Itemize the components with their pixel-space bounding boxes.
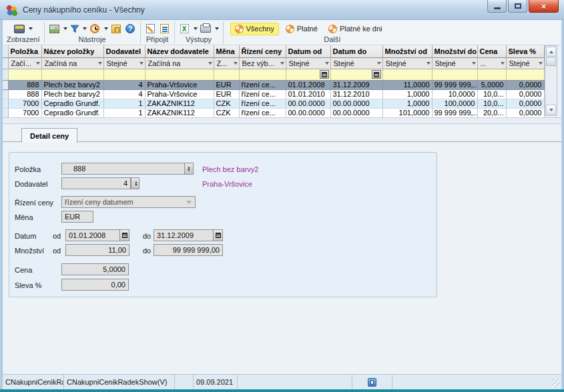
filter-operator-cell[interactable]: Stejné xyxy=(286,57,330,69)
maximize-button[interactable] xyxy=(508,0,527,13)
cell[interactable]: 11,0000 xyxy=(382,80,432,89)
cell[interactable]: Plech bez barvy2 xyxy=(41,89,103,99)
cell[interactable]: řízení ce... xyxy=(239,89,286,99)
list-button[interactable] xyxy=(159,23,170,34)
filter-value-cell[interactable] xyxy=(382,69,432,80)
chevron-down-icon[interactable] xyxy=(36,62,40,65)
excel-export-button[interactable]: X xyxy=(179,23,190,34)
lookup-spinner-button[interactable] xyxy=(184,163,193,174)
horizontal-splitter[interactable] xyxy=(3,117,561,124)
column-header-dodavatel[interactable]: Dodavatel xyxy=(103,45,145,57)
column-header-polozka[interactable]: Položka xyxy=(8,45,41,57)
cell[interactable]: 10,0... xyxy=(477,89,506,99)
cell[interactable]: EUR xyxy=(214,89,239,99)
filter-value-cell[interactable] xyxy=(214,69,239,80)
vertical-scrollbar[interactable] xyxy=(545,45,557,116)
filter-button-platne[interactable]: Platné xyxy=(282,23,322,35)
cell[interactable]: 31.12.2010 xyxy=(330,89,382,99)
chevron-down-icon[interactable] xyxy=(539,62,543,65)
cell[interactable]: Praha-Vršovice xyxy=(145,80,214,89)
cell[interactable]: 01.01.2010 xyxy=(286,89,330,99)
polozka-linked-name[interactable]: Plech bez barvy2 xyxy=(202,163,258,175)
polozka-field[interactable]: 888 xyxy=(61,163,194,175)
print-button[interactable] xyxy=(200,23,212,34)
cell[interactable]: 00.00.0000 xyxy=(286,99,330,108)
filter-operator-cell[interactable]: Z... xyxy=(214,57,239,69)
cell[interactable]: 00.00.0000 xyxy=(286,108,330,117)
cell[interactable]: 101,0000 xyxy=(382,108,432,117)
chevron-down-icon[interactable] xyxy=(427,62,431,65)
cell[interactable]: CZK xyxy=(214,108,239,117)
status-indicator-icon[interactable] xyxy=(368,378,376,387)
chevron-down-icon[interactable] xyxy=(501,62,505,65)
cell[interactable]: řízení ce... xyxy=(239,108,286,117)
chevron-down-icon[interactable] xyxy=(377,62,381,65)
filter-operator-cell[interactable]: Stejné xyxy=(382,57,432,69)
filter-value-cell[interactable] xyxy=(103,69,145,80)
cell[interactable]: Cepradlo Grundf. xyxy=(41,108,103,117)
cell[interactable]: 10,0... xyxy=(477,99,506,108)
chevron-down-icon[interactable] xyxy=(104,27,108,30)
chevron-down-icon[interactable] xyxy=(194,27,198,30)
cell[interactable]: 1,0000 xyxy=(382,99,432,108)
calendar-button[interactable] xyxy=(320,70,329,79)
filter-operator-cell[interactable]: Stejné xyxy=(432,57,477,69)
dodavatel-linked-name[interactable]: Praha-Vršovice xyxy=(202,178,252,190)
column-header-mnozstvi-od[interactable]: Množství od xyxy=(382,45,432,57)
column-header-mena[interactable]: Měna xyxy=(214,45,239,57)
table-row-selected[interactable]: 888 Plech bez barvy2 4 Praha-Vršovice EU… xyxy=(3,80,544,89)
filter-value-cell[interactable] xyxy=(286,69,330,80)
datum-od-field[interactable]: 01.01.2008 xyxy=(65,229,129,241)
scroll-down-button[interactable] xyxy=(546,105,556,115)
cell[interactable]: 00.00.0000 xyxy=(330,108,382,117)
filter-value-cell[interactable] xyxy=(145,69,214,80)
cell[interactable]: 0,0000 xyxy=(506,108,544,117)
scroll-up-button[interactable] xyxy=(546,47,556,57)
cell[interactable]: 888 xyxy=(8,89,41,99)
filter-operator-cell[interactable]: Stejné xyxy=(506,57,544,69)
filter-value-cell[interactable] xyxy=(330,69,382,80)
chevron-down-icon[interactable] xyxy=(215,27,219,30)
cell[interactable]: Praha-Vršovice xyxy=(145,89,214,99)
cell[interactable]: Plech bez barvy2 xyxy=(41,80,103,89)
mena-field[interactable]: EUR xyxy=(61,211,93,223)
cell[interactable]: Cepradlo Grundf. xyxy=(41,99,103,108)
column-header-datum-do[interactable]: Datum do xyxy=(330,45,382,57)
sleva-field[interactable]: 0,00 xyxy=(61,279,129,291)
cell[interactable]: 1 xyxy=(103,108,145,117)
cell[interactable]: CZK xyxy=(214,99,239,108)
cell[interactable]: ZAKAZNIK112 xyxy=(145,99,214,108)
export-button[interactable] xyxy=(111,23,122,34)
cell[interactable]: řízení ce... xyxy=(239,99,286,108)
resize-grip[interactable] xyxy=(551,379,560,387)
table-row[interactable]: 7000 Cepradlo Grundf. 1 ZAKAZNIK112 CZK … xyxy=(3,108,544,117)
close-button[interactable]: × xyxy=(529,0,559,13)
cell[interactable]: řízení ce... xyxy=(239,80,286,89)
filter-operator-cell[interactable]: Bez výb... xyxy=(239,57,286,69)
chevron-down-icon[interactable] xyxy=(280,62,284,65)
minimize-button[interactable] xyxy=(487,0,507,13)
cell[interactable]: 01.01.2008 xyxy=(286,80,330,89)
tab-detail-ceny[interactable]: Detail ceny xyxy=(21,128,77,143)
chevron-down-icon[interactable] xyxy=(325,62,329,65)
cell[interactable]: 100,0000 xyxy=(432,99,477,108)
cell[interactable]: 20,0... xyxy=(477,108,506,117)
cell[interactable]: EUR xyxy=(214,80,239,89)
chevron-down-icon[interactable] xyxy=(139,62,144,65)
table-row[interactable]: 888 Plech bez barvy2 4 Praha-Vršovice EU… xyxy=(3,89,544,99)
cena-field[interactable]: 5,0000 xyxy=(61,263,129,275)
filter-operator-cell[interactable]: Začí... xyxy=(8,57,41,69)
datum-do-field[interactable]: 31.12.2009 xyxy=(154,229,223,241)
filter-value-cell[interactable] xyxy=(432,69,477,80)
cell[interactable]: 0,0000 xyxy=(506,99,544,108)
dodavatel-spinner[interactable] xyxy=(131,177,139,189)
cell[interactable]: 99 999 999,... xyxy=(432,108,477,117)
filter-value-cell[interactable] xyxy=(239,69,286,80)
dodavatel-field[interactable]: 4 xyxy=(61,177,131,189)
chevron-down-icon[interactable] xyxy=(234,62,238,65)
column-header-nazev-dodavatele[interactable]: Název dodavatele xyxy=(145,45,214,57)
chevron-down-icon[interactable] xyxy=(98,62,102,65)
filter-value-cell[interactable] xyxy=(506,69,544,80)
column-header-rizeni-ceny[interactable]: Řízení ceny xyxy=(239,45,286,57)
cell[interactable]: 31.12.2009 xyxy=(330,80,382,89)
